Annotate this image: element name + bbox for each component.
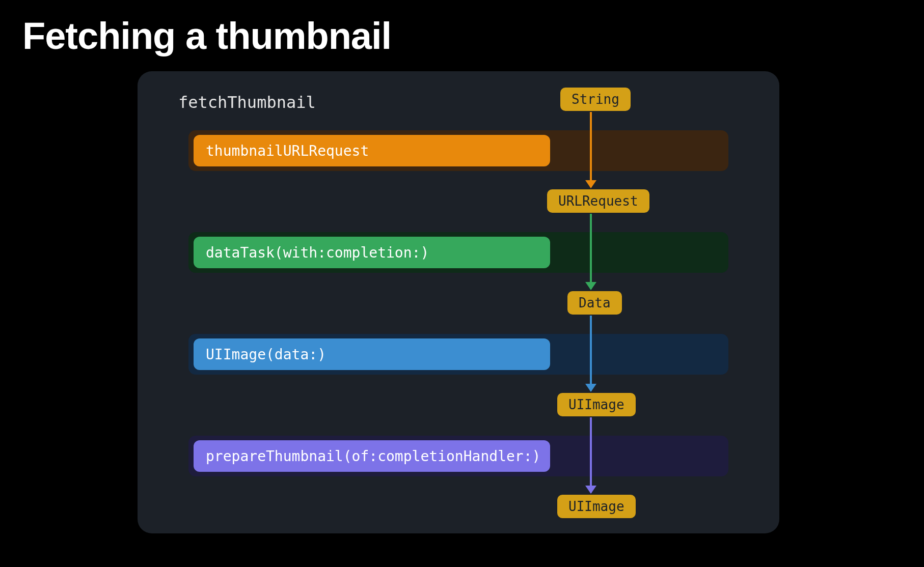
type-urlrequest: URLRequest bbox=[547, 189, 649, 213]
type-uiimage-1: UIImage bbox=[557, 393, 636, 416]
step-label: dataTask(with:completion:) bbox=[194, 237, 550, 268]
step-row: thumbnailURLRequest bbox=[188, 130, 728, 171]
function-name: fetchThumbnail bbox=[178, 93, 316, 112]
step-row: UIImage(data:) bbox=[188, 334, 728, 375]
step-label: prepareThumbnail(of:completionHandler:) bbox=[194, 440, 550, 472]
type-data: Data bbox=[567, 291, 622, 315]
step-row: dataTask(with:completion:) bbox=[188, 232, 728, 273]
step-label: thumbnailURLRequest bbox=[194, 135, 550, 166]
flow-arrow-icon bbox=[590, 112, 592, 187]
slide-title: Fetching a thumbnail bbox=[22, 14, 391, 58]
type-string: String bbox=[560, 88, 631, 111]
diagram-panel: fetchThumbnail String URLRequest Data UI… bbox=[138, 71, 779, 533]
type-uiimage-2: UIImage bbox=[557, 495, 636, 518]
step-row: prepareThumbnail(of:completionHandler:) bbox=[188, 436, 728, 476]
flow-arrow-icon bbox=[590, 214, 592, 289]
flow-arrow-icon bbox=[590, 417, 592, 493]
flow-arrow-icon bbox=[590, 316, 592, 391]
slide: Fetching a thumbnail fetchThumbnail Stri… bbox=[0, 0, 924, 567]
step-label: UIImage(data:) bbox=[194, 338, 550, 370]
